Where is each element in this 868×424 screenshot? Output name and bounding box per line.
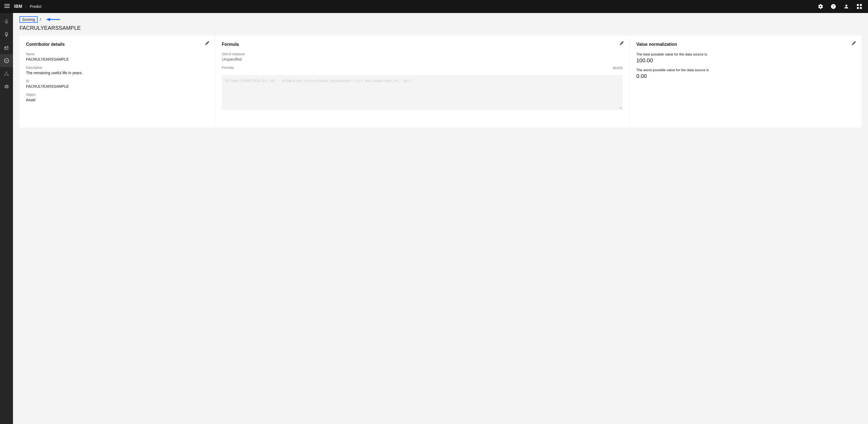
name-value: FACRULYEARSSAMPLE [26, 57, 208, 61]
svg-rect-0 [4, 4, 10, 5]
svg-point-3 [845, 5, 847, 6]
object-value: Asset [26, 98, 208, 102]
normalization-card: Value normalization The best possible va… [630, 35, 862, 128]
help-icon[interactable] [829, 2, 838, 11]
formula-card: Formula Unit of measure Unspecified Form… [215, 35, 629, 128]
settings-icon[interactable] [816, 2, 825, 11]
contributor-edit-icon[interactable] [205, 41, 210, 46]
contributor-details-card: Contributor details Name FACRULYEARSSAMP… [20, 35, 215, 128]
svg-rect-6 [857, 7, 859, 9]
cards-container: Contributor details Name FACRULYEARSSAMP… [13, 35, 868, 128]
breadcrumb-scoring-link[interactable]: Scoring [20, 16, 38, 23]
contributor-card-title: Contributor details [26, 42, 208, 47]
formula-label: Formula [222, 66, 234, 69]
page-title: FACRULYEARSSAMPLE [13, 23, 868, 35]
unit-label: Unit of measure [222, 52, 623, 56]
breadcrumb: Scoring / [13, 13, 868, 23]
brand-name: IBM [14, 4, 22, 9]
best-label: The best possible value for the data sou… [637, 52, 855, 56]
formula-textarea-wrapper: PCT(NVL(EXPECTEDLIFE,10) - MSINCE(NVL(in… [222, 75, 623, 111]
description-value: The remaining useful life in years. [26, 71, 208, 75]
id-value: FACRULYEARSSAMPLE [26, 84, 208, 88]
object-label: Object [26, 93, 208, 97]
sidebar-item-analytics[interactable] [0, 41, 13, 54]
sidebar [0, 13, 13, 424]
app-name: Predict [30, 4, 42, 9]
normalization-edit-icon[interactable] [852, 41, 856, 46]
name-label: Name [26, 52, 208, 56]
formula-card-title: Formula [222, 42, 623, 47]
sidebar-item-settings[interactable] [0, 80, 13, 93]
svg-rect-1 [4, 6, 10, 6]
svg-rect-5 [860, 4, 862, 6]
svg-rect-2 [4, 7, 10, 8]
breadcrumb-separator: / [40, 17, 41, 22]
worst-value: 0.00 [637, 73, 855, 79]
apps-icon[interactable] [855, 2, 864, 11]
sidebar-item-location[interactable] [0, 28, 13, 41]
main-content: Scoring / FACRULYEARSSAMPLE Contributor … [13, 13, 868, 424]
description-label: Description [26, 66, 208, 69]
svg-point-10 [4, 75, 5, 76]
sidebar-item-network[interactable] [0, 67, 13, 80]
svg-marker-13 [46, 18, 50, 21]
svg-rect-4 [857, 4, 859, 6]
formula-edit-icon[interactable] [620, 41, 624, 46]
svg-rect-7 [860, 7, 862, 9]
id-label: ID [26, 79, 208, 83]
top-navigation: IBM | Predict [0, 0, 868, 13]
user-icon[interactable] [842, 2, 851, 11]
formula-textarea[interactable]: PCT(NVL(EXPECTEDLIFE,10) - MSINCE(NVL(in… [222, 75, 623, 110]
nav-right-icons [816, 2, 864, 11]
formula-counter: 89/255 [613, 66, 623, 70]
hamburger-menu-icon[interactable] [4, 3, 10, 10]
worst-label: The worst possible value for the data so… [637, 68, 855, 72]
resize-icon: ⤡ [619, 106, 622, 110]
breadcrumb-arrow [45, 17, 61, 22]
unit-value: Unspecified [222, 57, 623, 61]
best-value: 100.00 [637, 57, 855, 64]
svg-point-9 [6, 72, 7, 73]
sidebar-item-scoring[interactable] [0, 54, 13, 67]
svg-point-11 [7, 75, 9, 76]
nav-divider: | [25, 4, 27, 9]
normalization-card-title: Value normalization [637, 42, 855, 47]
sidebar-item-launch[interactable] [0, 15, 13, 28]
